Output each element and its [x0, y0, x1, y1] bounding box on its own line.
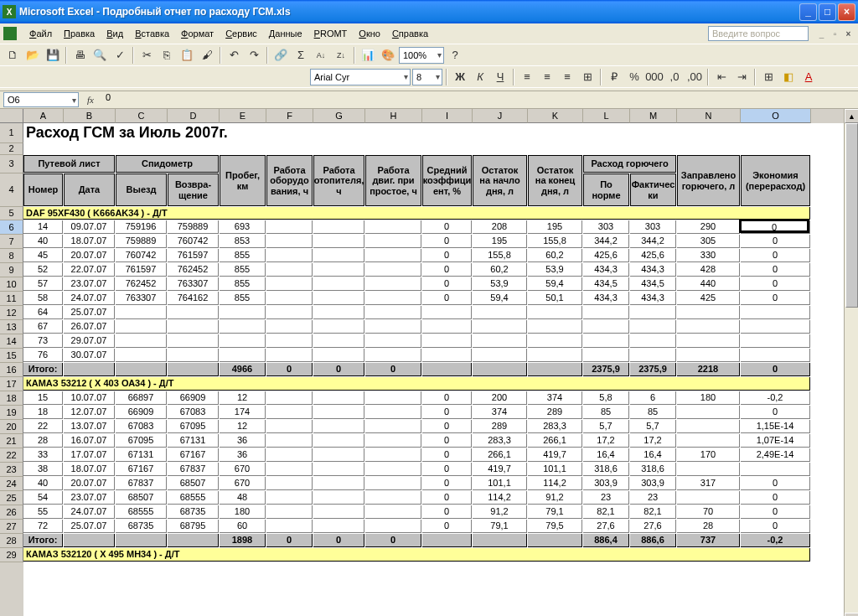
- data-cell[interactable]: 0: [422, 434, 472, 448]
- data-cell[interactable]: 68795: [168, 520, 219, 533]
- data-cell[interactable]: 24.07.07: [64, 505, 115, 519]
- data-cell[interactable]: [313, 306, 364, 319]
- data-cell[interactable]: [677, 463, 740, 476]
- hdr-vyezd[interactable]: Выезд: [116, 173, 167, 206]
- data-cell[interactable]: [677, 334, 740, 348]
- data-cell[interactable]: 85: [630, 406, 676, 419]
- data-cell[interactable]: 283,3: [473, 434, 527, 448]
- new-button[interactable]: 🗋: [3, 46, 22, 65]
- sort-asc-button[interactable]: A↓: [312, 46, 330, 65]
- data-cell[interactable]: [677, 320, 740, 334]
- data-cell[interactable]: [313, 263, 364, 277]
- data-cell[interactable]: [116, 306, 167, 319]
- data-cell[interactable]: 5,7: [583, 420, 629, 433]
- data-cell[interactable]: 180: [220, 505, 266, 519]
- vertical-scrollbar[interactable]: ▲ ▼: [844, 109, 858, 616]
- data-cell[interactable]: [365, 334, 421, 348]
- data-cell[interactable]: 762452: [168, 263, 219, 277]
- align-center-button[interactable]: ≡: [538, 68, 556, 86]
- data-cell[interactable]: [220, 320, 266, 334]
- row-header-8[interactable]: 8: [0, 249, 23, 263]
- data-cell[interactable]: [220, 349, 266, 362]
- data-cell[interactable]: [313, 235, 364, 248]
- data-cell[interactable]: [313, 249, 364, 262]
- data-cell[interactable]: 66897: [116, 391, 167, 405]
- data-cell[interactable]: 318,6: [583, 463, 629, 476]
- data-cell[interactable]: 40: [23, 235, 63, 248]
- data-cell[interactable]: [528, 320, 582, 334]
- data-cell[interactable]: 79,1: [473, 520, 527, 533]
- data-cell[interactable]: 64: [23, 306, 63, 319]
- menu-данные[interactable]: Данные: [263, 27, 308, 40]
- menu-вид[interactable]: Вид: [101, 27, 129, 40]
- data-cell[interactable]: 68735: [168, 505, 219, 519]
- data-cell[interactable]: 26.07.07: [64, 320, 115, 334]
- data-cell[interactable]: 0: [422, 220, 472, 234]
- data-cell[interactable]: [741, 306, 810, 319]
- hdr-ponorme[interactable]: По норме: [583, 173, 629, 206]
- col-header-M[interactable]: M: [630, 109, 677, 123]
- data-cell[interactable]: [266, 491, 313, 505]
- data-cell[interactable]: 50,1: [528, 292, 582, 305]
- row-header-26[interactable]: 26: [0, 505, 23, 520]
- data-cell[interactable]: 762452: [116, 277, 167, 291]
- hdr-putevoy[interactable]: Путевой лист: [23, 155, 115, 173]
- italic-button[interactable]: К: [471, 68, 489, 86]
- font-name-combo[interactable]: Arial Cyr: [310, 69, 411, 85]
- data-cell[interactable]: 59,4: [473, 292, 527, 305]
- hdr-ost-kon[interactable]: Остаток на конец дня, л: [528, 155, 582, 206]
- data-cell[interactable]: [630, 334, 676, 348]
- data-cell[interactable]: 22: [23, 420, 63, 433]
- drawing-button[interactable]: 🎨: [379, 46, 397, 65]
- data-cell[interactable]: 0: [741, 491, 810, 505]
- row-header-7[interactable]: 7: [0, 235, 23, 249]
- col-header-K[interactable]: K: [528, 109, 583, 123]
- data-cell[interactable]: 73: [23, 334, 63, 348]
- row-header-5[interactable]: 5: [0, 207, 23, 220]
- data-cell[interactable]: 855: [220, 249, 266, 262]
- data-cell[interactable]: 0: [422, 235, 472, 248]
- data-cell[interactable]: 55: [23, 505, 63, 519]
- data-cell[interactable]: [313, 406, 364, 419]
- data-cell[interactable]: 45: [23, 249, 63, 262]
- comma-button[interactable]: 000: [645, 68, 664, 86]
- data-cell[interactable]: 0: [422, 249, 472, 262]
- totals-cell[interactable]: [473, 363, 527, 376]
- font-color-button[interactable]: A: [799, 68, 818, 86]
- totals-cell[interactable]: 0: [313, 363, 364, 376]
- data-cell[interactable]: 0: [422, 263, 472, 277]
- data-cell[interactable]: [365, 249, 421, 262]
- data-cell[interactable]: 23: [583, 491, 629, 505]
- format-painter-button[interactable]: 🖌: [198, 46, 216, 65]
- data-cell[interactable]: 419,7: [528, 448, 582, 462]
- data-cell[interactable]: 0: [422, 448, 472, 462]
- data-cell[interactable]: [220, 306, 266, 319]
- totals-cell[interactable]: 4966: [220, 363, 266, 376]
- print-preview-button[interactable]: 🔍: [90, 46, 109, 65]
- data-cell[interactable]: 374: [528, 391, 582, 405]
- data-cell[interactable]: [365, 292, 421, 305]
- data-cell[interactable]: 25.07.07: [64, 306, 115, 319]
- undo-button[interactable]: ↶: [225, 46, 243, 65]
- data-cell[interactable]: 67837: [116, 477, 167, 490]
- scroll-down-button[interactable]: ▼: [845, 613, 858, 616]
- fill-color-button[interactable]: ◧: [779, 68, 798, 86]
- data-cell[interactable]: 17,2: [583, 434, 629, 448]
- data-cell[interactable]: 374: [473, 406, 527, 419]
- row-header-18[interactable]: 18: [0, 391, 23, 406]
- row-header-15[interactable]: 15: [0, 349, 23, 363]
- data-cell[interactable]: 114,2: [473, 491, 527, 505]
- data-cell[interactable]: 195: [528, 220, 582, 234]
- row-header-12[interactable]: 12: [0, 306, 23, 320]
- data-cell[interactable]: 60: [220, 520, 266, 533]
- menu-окно[interactable]: Окно: [353, 27, 386, 40]
- borders-button[interactable]: ⊞: [759, 68, 778, 86]
- data-cell[interactable]: [313, 320, 364, 334]
- zoom-combo[interactable]: 100%: [399, 47, 444, 64]
- totals-cell[interactable]: [473, 534, 527, 547]
- data-cell[interactable]: 855: [220, 277, 266, 291]
- data-cell[interactable]: 25.07.07: [64, 520, 115, 533]
- hdr-ekonomia[interactable]: Экономия (перерасход): [741, 155, 810, 206]
- data-cell[interactable]: 79,5: [528, 520, 582, 533]
- row-header-22[interactable]: 22: [0, 448, 23, 463]
